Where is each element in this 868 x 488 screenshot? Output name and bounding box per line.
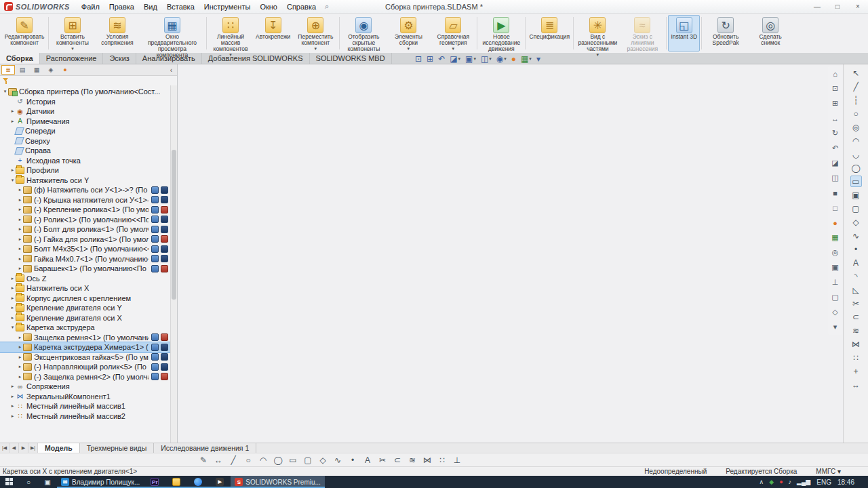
tree-item[interactable]: ▸(-) Защелка ремня<2> (По умолчани...: [0, 372, 177, 382]
assembly-features-button[interactable]: ⚙Элементы сборки▾: [386, 15, 431, 52]
text-icon[interactable]: A: [850, 257, 862, 268]
tree-item[interactable]: ▸AПримечания: [0, 117, 177, 127]
tree-item[interactable]: ▸Корпус дисплея с креплением: [0, 293, 177, 304]
tab-nav-last-button[interactable]: ▶|: [28, 443, 38, 453]
tree-item[interactable]: ▸⋈ЗеркальныйКомпонент1: [0, 392, 177, 402]
expand-right-icon[interactable]: ▸: [17, 344, 23, 350]
display-state-blue-icon[interactable]: [151, 196, 159, 203]
tab-solidworks-mbd[interactable]: SOLIDWORKS MBD: [310, 53, 392, 64]
previous-view-icon[interactable]: ↶: [829, 142, 841, 154]
task-view-button[interactable]: ▣: [38, 476, 57, 488]
display-state-red-icon[interactable]: [161, 333, 168, 341]
pan-icon[interactable]: ↔: [829, 113, 841, 124]
expand-right-icon[interactable]: ▸: [17, 266, 23, 271]
standard-views-icon[interactable]: ▣: [829, 262, 841, 273]
trim-icon[interactable]: ✂: [850, 298, 862, 309]
move-entities-icon[interactable]: +: [850, 365, 862, 377]
taskbar-app-folder[interactable]: [165, 476, 187, 488]
dimxpert-manager-tab[interactable]: ◈: [44, 65, 58, 75]
display-state-dark-icon[interactable]: [161, 226, 168, 233]
home-view-icon[interactable]: ⌂: [829, 68, 841, 79]
arc-icon[interactable]: ◠: [850, 135, 862, 146]
linear-sketch-pattern-icon[interactable]: ∷: [850, 352, 862, 363]
expand-right-icon[interactable]: ▸: [17, 237, 23, 242]
expand-down-icon[interactable]: ▾: [2, 89, 8, 94]
tangent-arc-icon[interactable]: ◡: [850, 148, 862, 160]
select-icon[interactable]: ↖: [850, 67, 862, 79]
tree-item[interactable]: ▸(-) Гайка для ролика<1> (По умолч...: [0, 235, 177, 245]
expand-right-icon[interactable]: ▸: [17, 246, 23, 251]
previous-view-button[interactable]: ↶: [438, 54, 445, 64]
circle-icon[interactable]: ○: [243, 455, 254, 466]
status-units[interactable]: ММГС ▾: [816, 468, 841, 475]
edit-appearance-icon[interactable]: ●: [829, 217, 841, 228]
new-motion-study-button[interactable]: ▶Новое исследование движения: [479, 15, 524, 52]
spline-icon[interactable]: ∿: [850, 230, 862, 241]
screen-record-icon[interactable]: ●: [779, 479, 783, 485]
tree-item[interactable]: ▸Крепление двигателя оси Y: [0, 303, 177, 313]
taskbar-app-browser[interactable]: [187, 476, 209, 488]
slot-icon[interactable]: ▢: [850, 203, 862, 214]
display-state-blue-icon[interactable]: [151, 265, 159, 272]
tree-item[interactable]: ▸(-) Крепление ролика<1> (По умол...: [0, 205, 177, 215]
expand-right-icon[interactable]: ▸: [17, 197, 23, 203]
document-tab[interactable]: Модель: [38, 443, 80, 453]
display-state-dark-icon[interactable]: [161, 245, 168, 253]
expand-right-icon[interactable]: ▸: [9, 413, 16, 419]
expand-right-icon[interactable]: ▸: [9, 403, 16, 409]
edit-component-button[interactable]: ✎Редактировать компонент: [2, 15, 47, 52]
expand-right-icon[interactable]: ▸: [9, 119, 16, 124]
hide-show-items-caret[interactable]: ▾: [504, 56, 507, 62]
tab-nav-prev-button[interactable]: ◀: [9, 443, 19, 453]
display-style-caret[interactable]: ▾: [489, 56, 492, 62]
zoom-fit-button[interactable]: ⊡: [415, 54, 422, 64]
display-state-blue-icon[interactable]: [151, 226, 159, 233]
minimize-button[interactable]: —: [807, 0, 827, 13]
view-settings-button[interactable]: ▾: [536, 54, 540, 64]
tree-item[interactable]: ▸(-) Крышка натяжителя оси У<1>->...: [0, 195, 177, 205]
tree-item[interactable]: Сверху: [0, 136, 177, 146]
display-state-blue-icon[interactable]: [151, 186, 159, 194]
expand-right-icon[interactable]: ▸: [17, 187, 23, 192]
tree-scrollbar[interactable]: [170, 85, 177, 443]
menu-help[interactable]: Справка: [282, 1, 321, 12]
rectangle-icon[interactable]: ▭: [850, 176, 862, 187]
rotate-view-icon[interactable]: ↻: [829, 127, 841, 139]
component-preview-window-button[interactable]: ▦Окно предварительного просмотра компоне…: [140, 15, 205, 52]
display-state-dark-icon[interactable]: [161, 196, 168, 203]
graphics-viewport[interactable]: [178, 64, 868, 443]
chamfer-icon[interactable]: ◺: [850, 284, 862, 296]
pattern-icon[interactable]: ∷: [437, 455, 448, 466]
exploded-view-dropdown-caret[interactable]: ▾: [597, 52, 599, 57]
display-state-blue-icon[interactable]: [151, 206, 159, 214]
maximize-button[interactable]: □: [827, 0, 848, 13]
apply-scene-button[interactable]: ▦▾: [521, 54, 532, 64]
reference-geometry-button[interactable]: ▱Справочная геометрия▾: [431, 15, 475, 52]
centerline-icon[interactable]: ┆: [850, 94, 862, 106]
smart-dimension-icon[interactable]: ↔: [213, 455, 224, 466]
ellipse-icon[interactable]: ◯: [850, 162, 862, 174]
convert-entities-icon[interactable]: ⊂: [850, 311, 862, 323]
section-view-button[interactable]: ◪▾: [450, 54, 460, 64]
normal-to-icon[interactable]: ⊥: [829, 277, 841, 288]
document-tab[interactable]: Исследование движения 1: [154, 443, 256, 453]
configuration-manager-tab[interactable]: ▦: [30, 65, 43, 75]
panel-collapse-button[interactable]: ‹: [167, 66, 176, 74]
shaded-icon[interactable]: ■: [829, 187, 841, 199]
take-snapshot-button[interactable]: ◎Сделать снимок: [748, 15, 793, 52]
expand-right-icon[interactable]: ▸: [17, 207, 23, 212]
menu-edit[interactable]: Правка: [104, 1, 139, 12]
display-state-dark-icon[interactable]: [161, 363, 168, 371]
tree-item[interactable]: ▾Каретка экструдера: [0, 323, 177, 333]
exploded-view-button[interactable]: ✳Вид с разнесенными частями▾: [575, 15, 620, 52]
expand-right-icon[interactable]: ▸: [9, 384, 16, 389]
tree-item[interactable]: ▸Ось Z: [0, 274, 177, 284]
tree-item[interactable]: ▸Гайка М4х0.7<1> (По умолчанию<<...: [0, 254, 177, 264]
tree-item[interactable]: ▸Эксцентриковая гайка<5> (По умол...: [0, 352, 177, 363]
taskbar-app-media-player[interactable]: ▶: [209, 476, 231, 488]
volume-icon[interactable]: ♪: [789, 479, 792, 485]
expand-right-icon[interactable]: ▸: [9, 108, 16, 114]
display-state-blue-icon[interactable]: [151, 216, 159, 223]
line-icon[interactable]: ╱: [850, 81, 862, 92]
status-units-caret[interactable]: ▾: [835, 468, 841, 475]
